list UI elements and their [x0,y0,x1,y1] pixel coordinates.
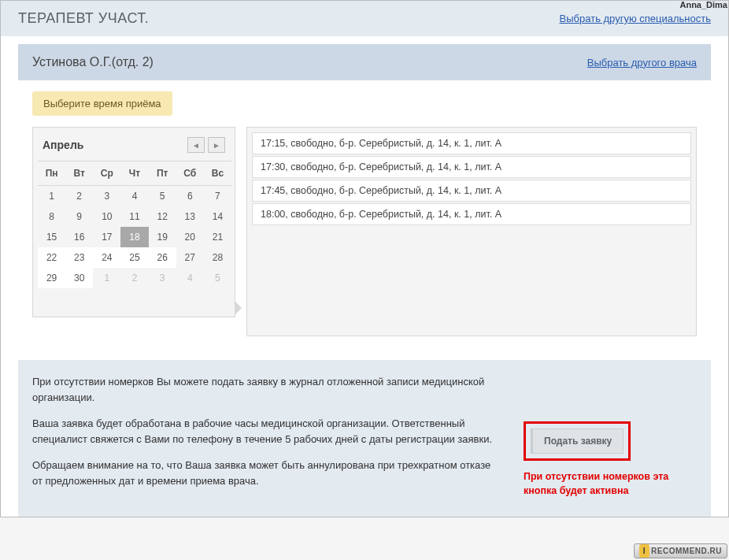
calendar-day[interactable]: 1 [38,186,65,206]
calendar-dow: Пн [38,161,65,186]
calendar-day[interactable]: 14 [204,206,231,227]
calendar-prev-button[interactable]: ◄ [187,137,205,153]
calendar-dow: Вс [204,161,231,186]
change-doctor-link[interactable]: Выбрать другого врача [587,57,697,69]
calendar-day[interactable]: 4 [120,186,148,206]
calendar-day[interactable]: 27 [176,247,204,268]
calendar-day[interactable]: 19 [149,227,176,247]
calendar-day[interactable]: 24 [93,247,120,268]
doctor-header: Устинова О.Г.(отд. 2) Выбрать другого вр… [18,44,711,80]
watermark-user: Anna_Dima [679,0,727,9]
calendar-day[interactable]: 5 [204,268,231,288]
calendar-day[interactable]: 11 [120,206,148,227]
calendar-day[interactable]: 17 [93,227,120,247]
deferred-request-info: При отсутствии номерков Вы можете подать… [18,360,711,517]
calendar-dow: Пт [149,161,176,186]
calendar-day[interactable]: 10 [93,206,120,227]
calendar-next-button[interactable]: ► [208,137,225,153]
calendar-day[interactable]: 9 [65,206,93,227]
calendar-month: Апрель [43,139,83,151]
highlight-box: Подать заявку [524,421,631,461]
calendar-day[interactable]: 3 [93,186,120,206]
calendar-day[interactable]: 12 [149,206,176,227]
calendar-day[interactable]: 4 [176,268,204,288]
calendar-day[interactable]: 2 [65,186,93,206]
calendar: Апрель ◄ ► ПнВтСрЧтПтСбВс 12345678910111… [32,127,235,317]
watermark-site: IRECOMMEND.RU [634,543,727,558]
info-paragraph: Обращаем внимание на то, что Ваша заявка… [32,458,500,488]
calendar-day[interactable]: 5 [149,186,176,206]
calendar-day[interactable]: 23 [65,247,93,268]
time-slot[interactable]: 17:15, свободно, б-р. Серебристый, д. 14… [252,132,691,154]
time-slots-panel: 17:15, свободно, б-р. Серебристый, д. 14… [246,127,697,336]
calendar-day[interactable]: 3 [149,268,176,288]
calendar-dow: Сб [176,161,204,186]
change-specialty-link[interactable]: Выбрать другую специальность [560,13,711,24]
calendar-dow: Вт [65,161,93,186]
calendar-dow: Ср [93,161,120,186]
calendar-day[interactable]: 22 [38,247,65,268]
calendar-day[interactable]: 2 [120,268,148,288]
calendar-day[interactable]: 26 [149,247,176,268]
calendar-day[interactable]: 25 [120,247,148,268]
time-slot[interactable]: 17:30, свободно, б-р. Серебристый, д. 14… [252,156,691,178]
calendar-day[interactable]: 13 [176,206,204,227]
calendar-day[interactable]: 29 [38,268,65,288]
info-paragraph: При отсутствии номерков Вы можете подать… [32,374,500,405]
info-paragraph: Ваша заявка будет обработана в рабочие ч… [32,416,500,447]
calendar-pointer-icon [235,301,242,315]
time-slot[interactable]: 18:00, свободно, б-р. Серебристый, д. 14… [252,203,691,225]
calendar-day[interactable]: 18 [120,227,148,247]
specialty-header: ТЕРАПЕВТ УЧАСТ. Выбрать другую специальн… [1,1,728,36]
calendar-day[interactable]: 28 [204,247,231,268]
calendar-day[interactable]: 8 [38,206,65,227]
select-time-hint: Выберите время приёма [32,91,172,116]
time-slot[interactable]: 17:45, свободно, б-р. Серебристый, д. 14… [252,180,691,202]
submit-request-button[interactable]: Подать заявку [531,428,624,454]
calendar-day[interactable]: 21 [204,227,231,247]
calendar-day[interactable]: 7 [204,186,231,206]
doctor-name: Устинова О.Г.(отд. 2) [32,55,154,69]
calendar-day[interactable]: 6 [176,186,204,206]
calendar-grid: ПнВтСрЧтПтСбВс 1234567891011121314151617… [38,161,231,288]
calendar-day[interactable]: 20 [176,227,204,247]
calendar-day[interactable]: 30 [65,268,93,288]
calendar-dow: Чт [120,161,148,186]
highlight-note: При отсутствии номерков эта кнопка будет… [524,470,697,498]
specialty-title: ТЕРАПЕВТ УЧАСТ. [18,10,149,27]
calendar-day[interactable]: 16 [65,227,93,247]
calendar-day[interactable]: 15 [38,227,65,247]
calendar-day[interactable]: 1 [93,268,120,288]
